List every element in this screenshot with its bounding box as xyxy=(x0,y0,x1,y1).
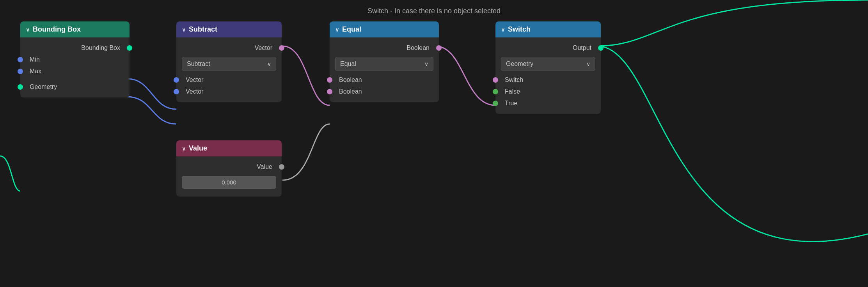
bounding-box-title: Bounding Box xyxy=(33,25,81,34)
equal-header: ∨ Equal xyxy=(330,21,439,37)
switch-header: ∨ Switch xyxy=(495,21,601,37)
switch-title: Switch xyxy=(508,25,531,34)
socket-boolean1-input[interactable] xyxy=(327,77,332,83)
socket-false-input[interactable] xyxy=(493,89,498,94)
socket-boolean-output[interactable] xyxy=(436,45,442,51)
input-row-false: False xyxy=(495,86,601,97)
socket-min-input[interactable] xyxy=(18,57,23,62)
chevron-icon-4: ∨ xyxy=(182,145,186,152)
value-body: Value xyxy=(176,156,282,197)
node-subtract: ∨ Subtract Vector Subtract ∨ Vector xyxy=(176,21,282,102)
input-label-boolean2: Boolean xyxy=(339,88,362,95)
input-row-min: Min xyxy=(20,54,130,66)
input-label-true: True xyxy=(505,100,517,107)
input-label-geometry: Geometry xyxy=(30,83,57,90)
input-row-max: Max xyxy=(20,66,130,77)
bounding-box-header: ∨ Bounding Box xyxy=(20,21,130,37)
switch-body: Output Geometry ∨ Switch False xyxy=(495,37,601,114)
input-row-vector2: Vector xyxy=(176,86,282,97)
input-label-switch: Switch xyxy=(505,76,523,83)
subtract-body: Vector Subtract ∨ Vector Vector xyxy=(176,37,282,102)
output-row-output: Output xyxy=(495,42,601,54)
socket-boolean2-input[interactable] xyxy=(327,89,332,94)
equal-dropdown-row: Equal ∨ xyxy=(330,54,439,74)
input-row-vector1: Vector xyxy=(176,74,282,86)
output-row-bounding-box: Bounding Box xyxy=(20,42,130,54)
value-input-field[interactable] xyxy=(182,176,276,189)
chevron-icon-5: ∨ xyxy=(501,27,505,33)
output-row-vector: Vector xyxy=(176,42,282,54)
value-field-row xyxy=(176,173,282,192)
chevron-icon-2: ∨ xyxy=(182,27,186,33)
subtract-dropdown-arrow: ∨ xyxy=(267,61,271,67)
socket-true-input[interactable] xyxy=(493,101,498,106)
chevron-icon: ∨ xyxy=(26,27,30,33)
socket-vector1-input[interactable] xyxy=(174,77,179,83)
input-row-switch: Switch xyxy=(495,74,601,86)
socket-geometry-input[interactable] xyxy=(18,84,23,90)
switch-dropdown[interactable]: Geometry ∨ xyxy=(501,57,595,71)
socket-max-input[interactable] xyxy=(18,69,23,74)
value-title: Value xyxy=(189,144,207,152)
equal-dropdown-label: Equal xyxy=(340,60,356,67)
node-equal: ∨ Equal Boolean Equal ∨ Boolean xyxy=(330,21,439,102)
chevron-icon-3: ∨ xyxy=(335,27,339,33)
output-row-boolean: Boolean xyxy=(330,42,439,54)
input-label-max: Max xyxy=(30,68,41,75)
output-label-vector: Vector xyxy=(255,44,272,51)
switch-dropdown-arrow: ∨ xyxy=(586,61,590,67)
input-label-boolean1: Boolean xyxy=(339,76,362,83)
input-row-true: True xyxy=(495,97,601,109)
socket-output-output[interactable] xyxy=(598,45,604,51)
input-row-boolean1: Boolean xyxy=(330,74,439,86)
socket-value-output[interactable] xyxy=(279,164,284,170)
socket-bounding-box-output[interactable] xyxy=(127,45,132,51)
node-value: ∨ Value Value xyxy=(176,140,282,197)
output-label-output: Output xyxy=(573,44,591,51)
subtract-title: Subtract xyxy=(189,25,217,34)
page-title: Switch - In case there is no object sele… xyxy=(367,7,501,15)
input-row-geometry: Geometry xyxy=(20,81,130,93)
output-label-value: Value xyxy=(257,163,272,170)
input-label-vector1: Vector xyxy=(186,76,203,83)
bounding-box-body: Bounding Box Min Max Geometry xyxy=(20,37,130,97)
subtract-header: ∨ Subtract xyxy=(176,21,282,37)
input-row-boolean2: Boolean xyxy=(330,86,439,97)
node-switch: ∨ Switch Output Geometry ∨ Switch xyxy=(495,21,601,114)
subtract-dropdown-row: Subtract ∨ xyxy=(176,54,282,74)
node-canvas: Switch - In case there is no object sele… xyxy=(0,0,868,287)
node-bounding-box: ∨ Bounding Box Bounding Box Min Max Geo xyxy=(20,21,130,97)
subtract-dropdown[interactable]: Subtract ∨ xyxy=(182,57,276,71)
socket-vector2-input[interactable] xyxy=(174,89,179,94)
input-label-vector2: Vector xyxy=(186,88,203,95)
equal-dropdown-arrow: ∨ xyxy=(424,61,428,67)
output-row-value: Value xyxy=(176,161,282,173)
equal-title: Equal xyxy=(342,25,361,34)
value-header: ∨ Value xyxy=(176,140,282,156)
input-label-false: False xyxy=(505,88,520,95)
input-label-min: Min xyxy=(30,56,40,63)
output-label-boolean: Boolean xyxy=(406,44,430,51)
equal-body: Boolean Equal ∨ Boolean Boolean xyxy=(330,37,439,102)
switch-dropdown-row: Geometry ∨ xyxy=(495,54,601,74)
subtract-dropdown-label: Subtract xyxy=(187,60,210,67)
equal-dropdown[interactable]: Equal ∨ xyxy=(335,57,433,71)
socket-vector-output[interactable] xyxy=(279,45,284,51)
socket-switch-input[interactable] xyxy=(493,77,498,83)
output-label-bounding-box: Bounding Box xyxy=(81,44,120,51)
switch-dropdown-label: Geometry xyxy=(506,60,533,67)
